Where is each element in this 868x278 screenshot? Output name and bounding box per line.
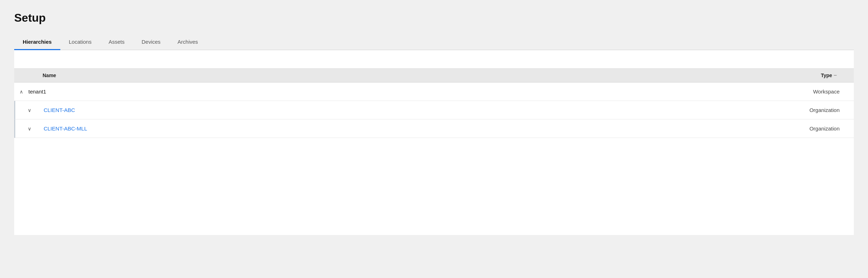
page-title: Setup [14, 11, 854, 25]
row-type-client-abc-mll: Organization [783, 125, 854, 132]
table-row: ∨ CLIENT-ABC Organization [14, 101, 854, 119]
table-row: ∨ CLIENT-ABC-MLL Organization [14, 119, 854, 138]
column-type-minus-icon: − [834, 72, 840, 78]
tab-devices-label: Devices [142, 39, 160, 45]
tab-archives[interactable]: Archives [169, 34, 207, 50]
row-name-tenant1: tenant1 [28, 89, 783, 95]
table-header: Name Type − [14, 69, 854, 82]
chevron-down-icon-2[interactable]: ∨ [27, 126, 32, 132]
tab-hierarchies-label: Hierarchies [23, 39, 52, 45]
row-type-client-abc: Organization [783, 107, 854, 113]
chevron-up-icon[interactable]: ∧ [18, 89, 24, 95]
tab-devices[interactable]: Devices [133, 34, 169, 50]
tabs-container: Hierarchies Locations Assets Devices Arc… [14, 34, 854, 50]
row-indent-child: ∨ [15, 107, 44, 113]
tab-locations-label: Locations [69, 39, 92, 45]
page-container: Setup Hierarchies Locations Assets Devic… [0, 0, 868, 235]
chevron-down-icon[interactable]: ∨ [27, 107, 32, 113]
row-name-client-abc-mll[interactable]: CLIENT-ABC-MLL [44, 125, 783, 132]
row-indent-child-2: ∨ [15, 126, 44, 132]
column-header-name: Name [14, 73, 783, 78]
row-name-client-abc[interactable]: CLIENT-ABC [44, 107, 783, 113]
tab-assets[interactable]: Assets [100, 34, 133, 50]
tab-hierarchies[interactable]: Hierarchies [14, 34, 60, 50]
tab-assets-label: Assets [109, 39, 125, 45]
column-header-type: Type − [783, 72, 854, 79]
table-row: ∧ tenant1 Workspace [14, 82, 854, 101]
toolbar-row [14, 50, 854, 69]
row-indent: ∧ [14, 89, 28, 95]
tab-locations[interactable]: Locations [60, 34, 100, 50]
tab-archives-label: Archives [177, 39, 198, 45]
content-area: Name Type − ∧ tenant1 Workspace ∨ CLIENT… [14, 50, 854, 235]
row-type-tenant1: Workspace [783, 89, 854, 95]
